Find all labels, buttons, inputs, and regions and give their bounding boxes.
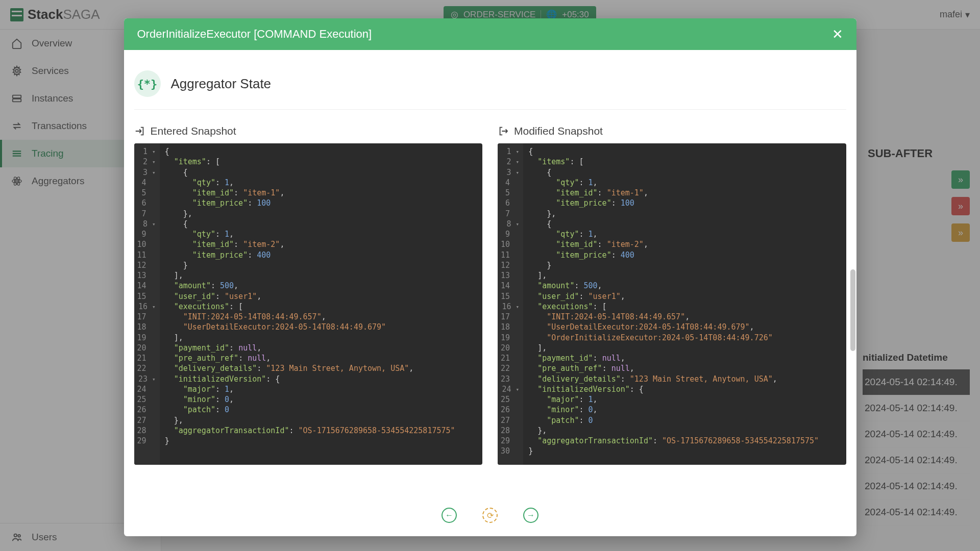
- next-button[interactable]: →: [523, 508, 538, 523]
- entered-label: Entered Snapshot: [151, 125, 236, 137]
- modified-snapshot: Modified Snapshot 1 ▾ 2 ▾ 3 ▾ 4 5 6 7 8 …: [498, 125, 846, 465]
- entered-code: { "items": [ { "qty": 1, "item_id": "ite…: [160, 143, 482, 465]
- entered-gutter: 1 ▾ 2 ▾ 3 ▾ 4 5 6 7 8 ▾ 9 10 11 12 13 14…: [134, 143, 160, 465]
- section-title: Aggregator State: [171, 76, 272, 92]
- close-icon[interactable]: ✕: [832, 28, 843, 41]
- entered-snapshot-header: Entered Snapshot: [134, 125, 483, 137]
- modified-snapshot-header: Modified Snapshot: [498, 125, 846, 137]
- refresh-button[interactable]: ⟳: [482, 508, 498, 523]
- prev-button[interactable]: ←: [442, 508, 457, 523]
- entered-snapshot: Entered Snapshot 1 ▾ 2 ▾ 3 ▾ 4 5 6 7 8 ▾…: [134, 125, 483, 465]
- modal-body: {*} Aggregator State Entered Snapshot 1 …: [124, 50, 856, 498]
- snapshots-row: Entered Snapshot 1 ▾ 2 ▾ 3 ▾ 4 5 6 7 8 ▾…: [134, 125, 846, 465]
- modified-label: Modified Snapshot: [514, 125, 603, 137]
- entered-code-editor[interactable]: 1 ▾ 2 ▾ 3 ▾ 4 5 6 7 8 ▾ 9 10 11 12 13 14…: [134, 143, 483, 465]
- modal-header: OrderInitializeExecutor [COMMAND Executi…: [124, 18, 856, 50]
- aggregator-state-modal: OrderInitializeExecutor [COMMAND Executi…: [124, 18, 856, 536]
- exit-icon: [498, 126, 509, 137]
- aggregator-state-icon: {*}: [134, 70, 161, 97]
- modal-scrollbar[interactable]: [850, 101, 855, 498]
- enter-icon: [134, 126, 145, 137]
- modified-code: { "items": [ { "qty": 1, "item_id": "ite…: [523, 143, 846, 465]
- modal-footer: ← ⟳ →: [124, 498, 856, 536]
- modified-code-editor[interactable]: 1 ▾ 2 ▾ 3 ▾ 4 5 6 7 8 ▾ 9 10 11 12 13 14…: [498, 143, 846, 465]
- section-title-row: {*} Aggregator State: [134, 65, 846, 110]
- modal-overlay: OrderInitializeExecutor [COMMAND Executi…: [0, 0, 980, 551]
- modal-title: OrderInitializeExecutor [COMMAND Executi…: [137, 28, 372, 41]
- modified-gutter: 1 ▾ 2 ▾ 3 ▾ 4 5 6 7 8 ▾ 9 10 11 12 13 14…: [498, 143, 523, 465]
